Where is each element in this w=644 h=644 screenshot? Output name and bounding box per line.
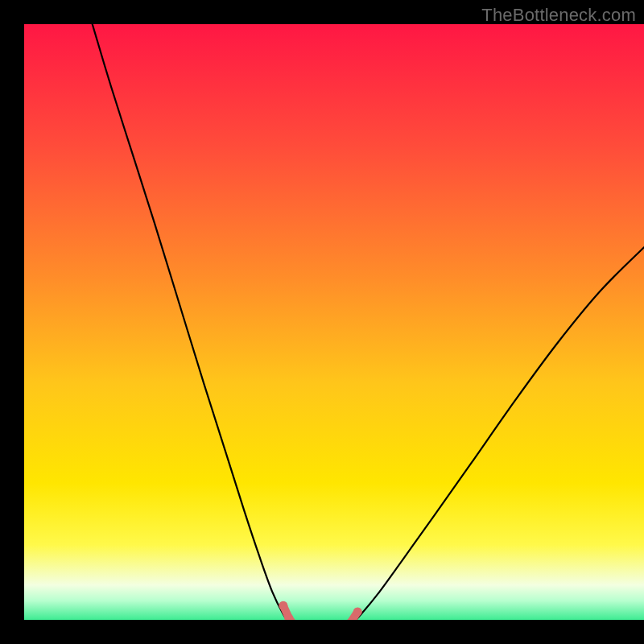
sweet-spot-band bbox=[283, 605, 357, 620]
chart-root: TheBottleneck.com bbox=[0, 0, 644, 644]
sweet-spot-dot bbox=[353, 607, 362, 616]
curve-layer bbox=[24, 24, 644, 620]
watermark-text: TheBottleneck.com bbox=[481, 5, 636, 26]
bottleneck-curve-right bbox=[348, 247, 644, 620]
sweet-spot-dot bbox=[279, 601, 287, 610]
plot-area bbox=[24, 24, 644, 620]
bottleneck-curve-left bbox=[93, 24, 293, 620]
